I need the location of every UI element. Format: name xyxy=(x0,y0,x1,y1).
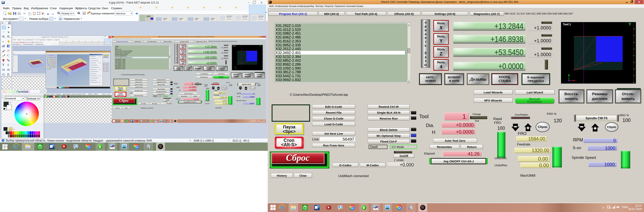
svg-text:x: x xyxy=(576,80,576,82)
svg-text:x: x xyxy=(238,69,238,70)
